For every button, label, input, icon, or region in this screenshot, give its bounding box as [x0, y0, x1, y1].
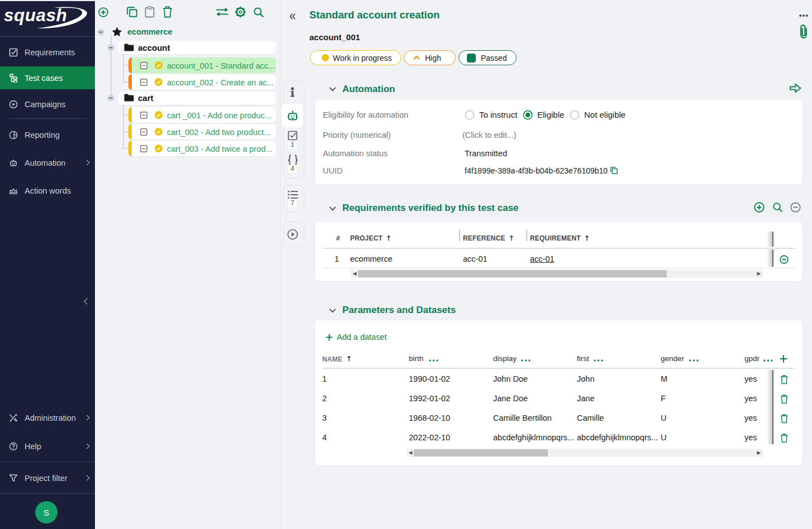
- svg-text:squash: squash: [4, 5, 67, 25]
